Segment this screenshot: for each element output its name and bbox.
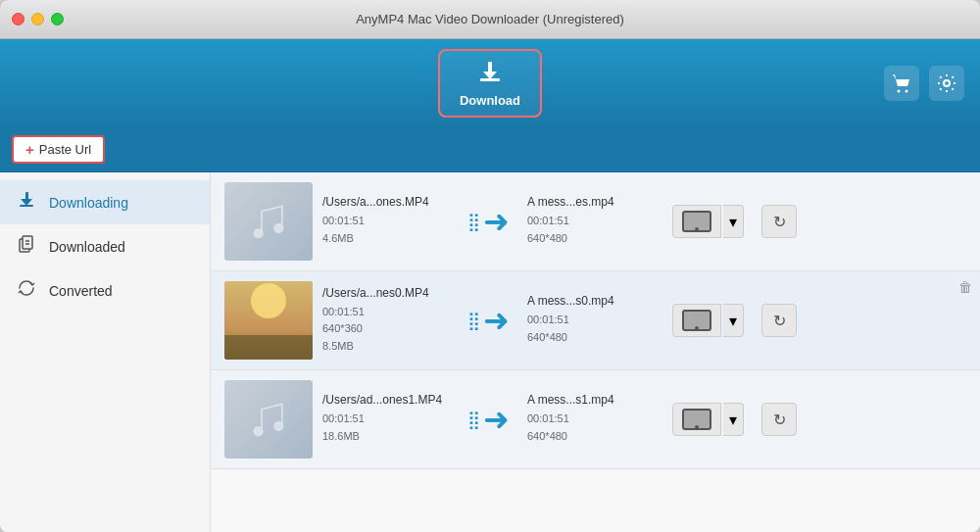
- svg-marker-8: [21, 199, 32, 206]
- sidebar-item-downloading[interactable]: Downloading: [0, 180, 210, 224]
- paste-url-bar: + Paste Url: [0, 127, 980, 172]
- convert-arrow-3: ⣿ ➜: [467, 404, 510, 435]
- thumbnail-3: [224, 380, 313, 459]
- ipad-icon-1: [682, 211, 711, 232]
- app-title: AnyMP4 Mac Video Downloader (Unregistere…: [356, 12, 624, 26]
- sidebar-downloaded-label: Downloaded: [49, 239, 125, 255]
- svg-point-13: [253, 228, 263, 238]
- close-button[interactable]: [12, 13, 24, 25]
- download-icon: [476, 59, 504, 90]
- file-path-1: /Users/a...ones.MP4: [322, 195, 450, 209]
- downloading-icon: [16, 190, 37, 215]
- thumbnail-2: [224, 281, 313, 360]
- svg-point-4: [906, 90, 908, 93]
- file-info-3: /Users/ad...ones1.MP4 00:01:51 18.6MB: [322, 393, 450, 445]
- cart-button[interactable]: [884, 66, 919, 101]
- convert-arrow-1: ⣿ ➜: [467, 206, 510, 237]
- refresh-button-1[interactable]: ↻: [761, 205, 797, 238]
- output-filename-2: A mess...s0.mp4: [527, 294, 655, 308]
- paste-url-button[interactable]: + Paste Url: [12, 135, 105, 164]
- toolbar: Download: [0, 39, 980, 127]
- dots-icon-3: ⣿: [467, 409, 479, 430]
- ipad-icon-3: [682, 409, 711, 430]
- sidebar-item-downloaded[interactable]: Downloaded: [0, 224, 210, 268]
- output-info-3: A mess...s1.mp4 00:01:51 640*480: [527, 393, 655, 445]
- device-button-2[interactable]: [672, 304, 721, 337]
- svg-point-14: [273, 223, 283, 233]
- downloaded-icon: [16, 234, 37, 259]
- convert-arrow-2: ⣿ ➜: [467, 305, 510, 336]
- svg-point-18: [253, 426, 263, 436]
- svg-point-5: [944, 80, 950, 86]
- svg-point-19: [273, 421, 283, 431]
- file-info-2: /Users/a...nes0.MP4 00:01:51 640*360 8.5…: [322, 286, 450, 356]
- output-meta-3: 00:01:51 640*480: [527, 411, 655, 445]
- file-path-3: /Users/ad...ones1.MP4: [322, 393, 450, 407]
- ipad-icon-2: [682, 310, 711, 331]
- device-dropdown-2[interactable]: ▾: [723, 304, 744, 337]
- output-meta-2: 00:01:51 640*480: [527, 312, 655, 346]
- thumbnail-1: [224, 182, 313, 261]
- device-select-3: ▾: [672, 403, 744, 436]
- output-info-1: A mess...es.mp4 00:01:51 640*480: [527, 195, 655, 247]
- dots-icon-1: ⣿: [467, 211, 479, 232]
- sidebar: Downloading Downloaded: [0, 172, 211, 532]
- toolbar-right-icons: [884, 66, 964, 101]
- svg-rect-10: [23, 236, 32, 249]
- settings-button[interactable]: [929, 66, 964, 101]
- refresh-button-3[interactable]: ↻: [761, 403, 797, 436]
- content-area: /Users/a...ones.MP4 00:01:51 4.6MB ⣿ ➜ A…: [211, 172, 980, 532]
- device-select-2: ▾: [672, 304, 744, 337]
- svg-rect-17: [224, 335, 313, 360]
- file-meta-1: 00:01:51 4.6MB: [322, 213, 450, 247]
- converted-icon: [16, 278, 37, 303]
- device-button-1[interactable]: [672, 205, 721, 238]
- file-path-2: /Users/a...nes0.MP4: [322, 286, 450, 300]
- sidebar-converted-label: Converted: [49, 283, 113, 299]
- svg-marker-2: [483, 72, 497, 79]
- output-filename-3: A mess...s1.mp4: [527, 393, 655, 407]
- svg-point-16: [251, 283, 286, 318]
- delete-button-2[interactable]: 🗑: [958, 279, 972, 295]
- table-row: /Users/a...ones.MP4 00:01:51 4.6MB ⣿ ➜ A…: [211, 172, 980, 271]
- dots-icon-2: ⣿: [467, 310, 479, 331]
- minimize-button[interactable]: [31, 13, 44, 25]
- arrow-icon-3: ➜: [483, 404, 510, 435]
- refresh-button-2[interactable]: ↻: [761, 304, 797, 337]
- file-info-1: /Users/a...ones.MP4 00:01:51 4.6MB: [322, 195, 450, 247]
- device-button-3[interactable]: [672, 403, 721, 436]
- traffic-lights: [12, 13, 64, 25]
- table-row: /Users/ad...ones1.MP4 00:01:51 18.6MB ⣿ …: [211, 370, 980, 469]
- svg-point-3: [898, 90, 901, 93]
- paste-url-label: Paste Url: [39, 142, 91, 157]
- download-label: Download: [460, 93, 520, 108]
- output-meta-1: 00:01:51 640*480: [527, 213, 655, 247]
- file-meta-2: 00:01:51 640*360 8.5MB: [322, 304, 450, 356]
- plus-icon: +: [25, 141, 34, 158]
- device-dropdown-1[interactable]: ▾: [723, 205, 744, 238]
- fullscreen-button[interactable]: [51, 13, 64, 25]
- output-info-2: A mess...s0.mp4 00:01:51 640*480: [527, 294, 655, 346]
- main-area: Downloading Downloaded: [0, 172, 980, 532]
- table-row: /Users/a...nes0.MP4 00:01:51 640*360 8.5…: [211, 271, 980, 370]
- output-filename-1: A mess...es.mp4: [527, 195, 655, 209]
- arrow-icon-2: ➜: [483, 305, 510, 336]
- device-dropdown-3[interactable]: ▾: [723, 403, 744, 436]
- title-bar: AnyMP4 Mac Video Downloader (Unregistere…: [0, 0, 980, 39]
- device-select-1: ▾: [672, 205, 744, 238]
- arrow-icon-1: ➜: [483, 206, 510, 237]
- file-meta-3: 00:01:51 18.6MB: [322, 411, 450, 445]
- sidebar-item-converted[interactable]: Converted: [0, 268, 210, 313]
- download-button[interactable]: Download: [438, 49, 542, 118]
- sidebar-downloading-label: Downloading: [49, 195, 128, 211]
